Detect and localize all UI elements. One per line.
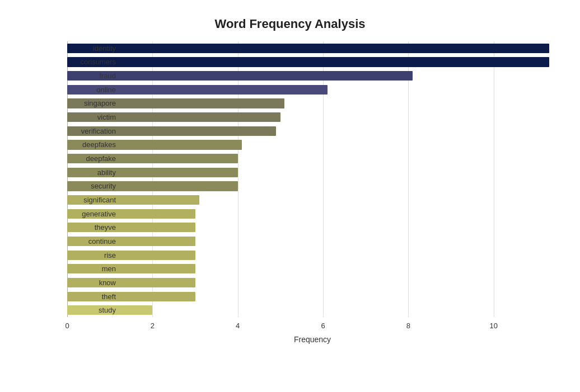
bar-track xyxy=(67,112,558,122)
bar-row: study xyxy=(67,303,558,317)
bar-track xyxy=(67,126,558,136)
x-axis-ticks: 0246810 xyxy=(67,322,558,333)
bar-label: know xyxy=(67,278,120,287)
bar-label: deepfakes xyxy=(67,140,120,149)
bar-label: singapore xyxy=(67,99,120,107)
bar-row: identity xyxy=(67,41,558,55)
bar-row: security xyxy=(67,180,558,193)
bar-label: verification xyxy=(67,127,120,135)
bar xyxy=(67,57,549,67)
bar-track xyxy=(67,278,558,287)
x-tick: 10 xyxy=(490,322,498,330)
bar-label: victim xyxy=(67,113,120,121)
bar-label: consumers xyxy=(67,58,120,66)
bar xyxy=(67,44,549,53)
bar-label: online xyxy=(67,86,120,94)
bar-label: continue xyxy=(67,237,120,245)
bar-track xyxy=(67,154,558,163)
bar-label: men xyxy=(67,265,120,273)
bar-row: online xyxy=(67,83,558,97)
bar-track xyxy=(67,168,558,177)
chart-container: Word Frequency Analysis identityconsumer… xyxy=(0,0,580,392)
bar-track xyxy=(67,264,558,273)
bar-label: significant xyxy=(67,196,120,204)
bar-chart: identityconsumersfraudonlinesingaporevic… xyxy=(11,41,569,317)
bar-track xyxy=(67,251,558,260)
bar-track xyxy=(67,195,558,205)
bar-row: consumers xyxy=(67,55,558,69)
bar-label: theft xyxy=(67,292,120,301)
bar-row: victim xyxy=(67,110,558,124)
bar-row: verification xyxy=(67,124,558,138)
bar-label: fraud xyxy=(67,72,120,80)
bar-track xyxy=(67,98,558,108)
bar-row: rise xyxy=(67,248,558,262)
bar-label: identity xyxy=(67,44,120,53)
bar-track xyxy=(67,223,558,232)
bar-track xyxy=(67,305,558,315)
bar-row: generative xyxy=(67,207,558,221)
bar-row: deepfake xyxy=(67,152,558,166)
bar-track xyxy=(67,71,558,81)
bar-label: study xyxy=(67,306,120,314)
bar-track xyxy=(67,44,558,53)
x-axis: 0246810 Frequency xyxy=(11,317,569,344)
bar-label: theyve xyxy=(67,223,120,232)
bar-label: generative xyxy=(67,210,120,218)
bar-row: men xyxy=(67,262,558,276)
bar-row: continue xyxy=(67,234,558,248)
bar-row: know xyxy=(67,276,558,290)
x-tick: 4 xyxy=(236,322,240,330)
x-tick: 2 xyxy=(151,322,155,330)
bar-row: theft xyxy=(67,290,558,304)
x-tick: 0 xyxy=(65,322,69,330)
bar-row: deepfakes xyxy=(67,138,558,152)
bar-label: security xyxy=(67,182,120,190)
bar-row: fraud xyxy=(67,69,558,83)
x-tick: 8 xyxy=(406,322,410,330)
bar-label: ability xyxy=(67,168,120,177)
bar-track xyxy=(67,237,558,246)
chart-title: Word Frequency Analysis xyxy=(11,11,569,31)
bar-track xyxy=(67,57,558,67)
bar-label: deepfake xyxy=(67,154,120,163)
bar-track xyxy=(67,140,558,149)
bar-label: rise xyxy=(67,251,120,259)
x-tick: 6 xyxy=(321,322,325,330)
bar-row: singapore xyxy=(67,97,558,111)
bar-track xyxy=(67,292,558,301)
chart-area: identityconsumersfraudonlinesingaporevic… xyxy=(11,41,569,344)
bar-row: theyve xyxy=(67,221,558,235)
bar-track xyxy=(67,209,558,219)
bar-row: ability xyxy=(67,166,558,180)
bar-track xyxy=(67,181,558,191)
x-axis-label: Frequency xyxy=(67,335,558,344)
bar-track xyxy=(67,85,558,95)
bar-row: significant xyxy=(67,193,558,207)
